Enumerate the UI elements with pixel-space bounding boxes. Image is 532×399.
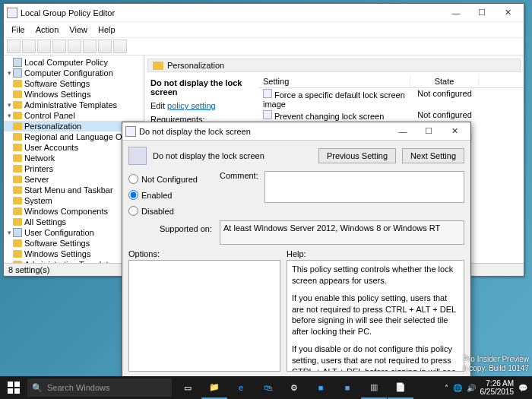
search-icon: 🔍 [32, 383, 43, 393]
supported-label: Supported on: [128, 220, 212, 245]
content-header: Personalization [147, 59, 521, 72]
col-setting[interactable]: Setting [258, 75, 410, 87]
tray-clock[interactable]: 7:26 AM 6/25/2015 [480, 379, 515, 396]
help-box[interactable]: This policy setting controls whether the… [287, 260, 464, 372]
desktop-watermark: Pro Insider Preview n copy. Build 10147 [463, 355, 529, 373]
start-button[interactable] [0, 376, 27, 399]
menu-view[interactable]: View [65, 24, 92, 36]
toolbar-forward[interactable] [22, 40, 36, 53]
policy-heading: Do not display the lock screen [153, 151, 312, 160]
system-tray[interactable]: ˄ 🌐 🔊 7:26 AM 6/25/2015 💬 [445, 379, 533, 396]
gpedit-icon [7, 8, 17, 18]
setting-row[interactable]: Force a specific default lock screen ima… [258, 88, 524, 109]
toolbar-help[interactable] [83, 40, 97, 53]
tree-node[interactable]: ▾Computer Configuration [4, 68, 144, 78]
dialog-maximize[interactable]: ☐ [416, 123, 442, 140]
gpedit-title: Local Group Policy Editor [21, 8, 443, 17]
previous-setting-button[interactable]: Previous Setting [318, 148, 396, 163]
toolbar-export[interactable] [68, 40, 81, 53]
tray-network-icon[interactable]: 🌐 [453, 384, 462, 392]
options-label: Options: [128, 249, 280, 258]
radio-not-configured[interactable]: Not Configured [128, 174, 212, 184]
folder-icon [153, 62, 163, 70]
svg-rect-2 [8, 388, 13, 394]
col-state[interactable]: State [410, 75, 479, 87]
minimize-button[interactable]: — [443, 5, 469, 21]
task-view-button[interactable]: ▭ [175, 376, 201, 399]
taskbar-settings[interactable]: ⚙ [281, 376, 307, 399]
comment-label: Comment: [220, 171, 260, 203]
radio-disabled[interactable]: Disabled [128, 206, 212, 216]
selected-setting-name: Do not display the lock screen [150, 78, 252, 97]
tray-notifications-icon[interactable]: 💬 [518, 384, 527, 392]
menu-action[interactable]: Action [31, 24, 64, 36]
tree-node[interactable]: Windows Settings [4, 89, 144, 100]
menu-file[interactable]: File [7, 24, 30, 36]
tray-up-icon[interactable]: ˄ [445, 384, 448, 392]
tray-volume-icon[interactable]: 🔊 [467, 384, 476, 392]
help-label: Help: [287, 249, 464, 258]
tree-node[interactable]: ▾Administrative Templates [4, 100, 144, 110]
dialog-title: Do not display the lock screen [139, 127, 390, 136]
toolbar-props[interactable] [98, 40, 112, 53]
toolbar-up[interactable] [37, 40, 51, 53]
toolbar-refresh[interactable] [52, 40, 66, 53]
dialog-minimize[interactable]: — [390, 123, 416, 140]
taskbar-explorer[interactable]: 📁 [201, 376, 227, 399]
radio-enabled[interactable]: Enabled [128, 190, 212, 200]
search-placeholder: Search Windows [47, 383, 110, 392]
gpedit-titlebar[interactable]: Local Group Policy Editor — ☐ ✕ [4, 4, 524, 22]
task-icons: ▭ 📁 e 🛍 ⚙ ■ ■ ▥ 📄 [175, 376, 413, 399]
edit-label: Edit [150, 101, 165, 110]
windows-icon [8, 382, 20, 394]
svg-rect-0 [8, 382, 13, 387]
maximize-button[interactable]: ☐ [469, 5, 495, 21]
options-box [128, 260, 280, 372]
taskbar-app1[interactable]: ■ [308, 376, 334, 399]
supported-text: At least Windows Server 2012, Windows 8 … [220, 220, 464, 245]
toolbar-filter[interactable] [113, 40, 127, 53]
taskbar-edge[interactable]: e [228, 376, 254, 399]
comment-textarea[interactable] [264, 171, 464, 203]
toolbar-back[interactable] [7, 40, 21, 53]
search-box[interactable]: 🔍 Search Windows [27, 378, 172, 397]
toolbar [4, 37, 524, 55]
policy-icon [128, 147, 147, 165]
taskbar-app2[interactable]: ■ [334, 376, 360, 399]
next-setting-button[interactable]: Next Setting [402, 148, 464, 163]
svg-rect-3 [14, 388, 20, 394]
taskbar: 🔍 Search Windows ▭ 📁 e 🛍 ⚙ ■ ■ ▥ 📄 ˄ 🌐 🔊… [0, 376, 532, 399]
svg-rect-1 [14, 382, 20, 387]
dialog-close[interactable]: ✕ [442, 123, 467, 140]
dialog-icon [125, 126, 136, 137]
close-button[interactable]: ✕ [495, 5, 521, 21]
menu-help[interactable]: Help [93, 24, 120, 36]
state-radios: Not Configured Enabled Disabled [128, 171, 212, 216]
taskbar-store[interactable]: 🛍 [255, 376, 280, 399]
content-header-label: Personalization [167, 61, 224, 70]
taskbar-gpedit[interactable]: ▥ [361, 376, 387, 399]
settings-header: Setting State [258, 75, 524, 88]
tree-node[interactable]: ▾Control Panel [4, 110, 144, 121]
tree-node[interactable]: Software Settings [4, 78, 144, 89]
dialog-titlebar[interactable]: Do not display the lock screen — ☐ ✕ [122, 122, 470, 141]
edit-policy-link[interactable]: policy setting [167, 101, 216, 110]
tree-node[interactable]: Local Computer Policy [4, 57, 144, 68]
menubar: File Action View Help [4, 22, 524, 37]
taskbar-notepad[interactable]: 📄 [388, 376, 413, 399]
policy-dialog: Do not display the lock screen — ☐ ✕ Do … [122, 122, 471, 378]
